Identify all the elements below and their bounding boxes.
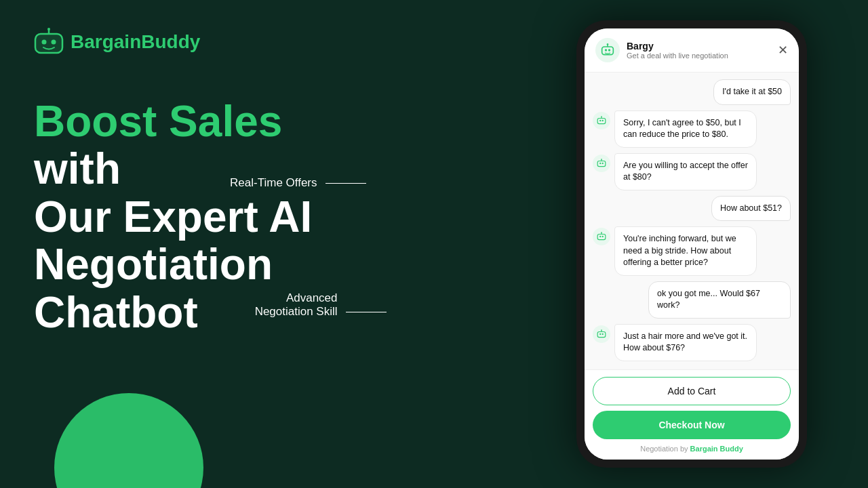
negotiation-footer: Negotiation by Bargain Buddy <box>593 445 791 453</box>
right-section: Bargy Get a deal with live negotiation ✕… <box>529 0 868 488</box>
left-section: BargainBuddy Boost Sales with Our Expert… <box>0 0 529 488</box>
annotation-advanced: Advanced Negotiation Skill <box>255 291 387 319</box>
svg-point-30 <box>601 329 602 331</box>
svg-point-28 <box>602 333 604 334</box>
headline-line1: Boost Sales <box>34 97 282 146</box>
bot-name: Bargy <box>627 41 728 52</box>
bot-message-avatar <box>593 228 610 245</box>
svg-point-13 <box>602 119 604 121</box>
message-row: Sorry, I can't agree to $50, but I can r… <box>593 110 791 148</box>
svg-point-10 <box>607 43 609 45</box>
add-to-cart-button[interactable]: Add to Cart <box>593 377 791 405</box>
svg-point-2 <box>42 40 47 45</box>
message-row: ok you got me... Would $67 work? <box>593 281 791 319</box>
svg-point-15 <box>601 116 602 117</box>
close-button[interactable]: ✕ <box>778 44 788 56</box>
chat-header: Bargy Get a deal with live negotiation ✕ <box>585 28 799 73</box>
bot-message-bubble: You're inching forward, but we need a bi… <box>614 226 757 276</box>
svg-point-3 <box>52 40 56 45</box>
svg-point-20 <box>601 159 602 160</box>
bot-message-avatar <box>593 325 610 343</box>
svg-rect-11 <box>597 118 606 123</box>
headline-line3: Our Expert AI <box>34 193 495 241</box>
svg-point-8 <box>608 49 610 51</box>
message-row: How about $51? <box>593 196 791 222</box>
message-row: Just a hair more and we've got it. How a… <box>593 324 791 361</box>
svg-rect-0 <box>35 34 62 53</box>
bot-message-avatar <box>593 155 610 172</box>
chat-footer: Add to Cart Checkout Now Negotiation by … <box>585 369 799 460</box>
logo-text: BargainBuddy <box>71 31 200 53</box>
bot-avatar <box>595 38 620 62</box>
svg-point-7 <box>605 49 607 51</box>
logo-icon <box>34 27 64 57</box>
chat-messages: I'd take it at $50 Sorry, I can't agree … <box>585 73 799 369</box>
checkout-button[interactable]: Checkout Now <box>593 411 791 439</box>
bot-message-bubble: Are you willing to accept the offer at $… <box>614 153 757 190</box>
svg-rect-21 <box>597 235 606 240</box>
decorative-circle <box>54 393 203 488</box>
phone-frame: Bargy Get a deal with live negotiation ✕… <box>576 20 807 468</box>
logo-area: BargainBuddy <box>34 27 495 57</box>
svg-rect-16 <box>597 161 606 166</box>
bot-message-bubble: Just a hair more and we've got it. How a… <box>614 324 757 361</box>
svg-point-22 <box>599 236 601 237</box>
user-message-bubble: How about $51? <box>711 196 791 222</box>
footer-brand-link[interactable]: Bargain Buddy <box>690 445 743 453</box>
user-message-bubble: I'd take it at $50 <box>713 79 791 105</box>
svg-point-12 <box>599 119 601 121</box>
user-message-bubble: ok you got me... Would $67 work? <box>648 281 791 319</box>
message-row: Are you willing to accept the offer at $… <box>593 153 791 190</box>
svg-point-27 <box>599 333 601 334</box>
message-row: You're inching forward, but we need a bi… <box>593 226 791 276</box>
chat-header-info: Bargy Get a deal with live negotiation <box>627 41 728 60</box>
bot-subtitle: Get a deal with live negotiation <box>627 52 728 60</box>
svg-point-23 <box>602 236 604 237</box>
bot-message-avatar <box>593 112 610 129</box>
svg-point-18 <box>602 162 604 163</box>
svg-point-5 <box>47 28 50 30</box>
annotation-real-time: Real-Time Offers <box>230 176 366 190</box>
bot-message-bubble: Sorry, I can't agree to $50, but I can r… <box>614 110 757 148</box>
svg-rect-26 <box>597 331 606 337</box>
headline-line4: Negotiation <box>34 241 495 288</box>
chat-header-left: Bargy Get a deal with live negotiation <box>595 38 728 62</box>
svg-point-25 <box>601 232 602 233</box>
phone-screen: Bargy Get a deal with live negotiation ✕… <box>585 28 799 460</box>
svg-point-17 <box>599 162 601 163</box>
message-row: I'd take it at $50 <box>593 79 791 105</box>
